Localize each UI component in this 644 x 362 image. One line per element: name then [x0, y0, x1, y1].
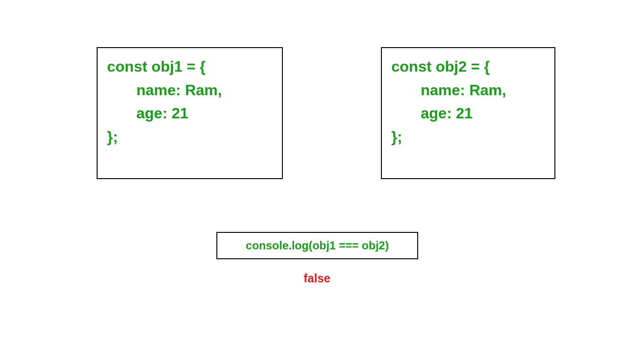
code-box-obj1: const obj1 = { name: Ram, age: 21 }; — [97, 47, 283, 179]
code-box-obj2: const obj2 = { name: Ram, age: 21 }; — [381, 47, 555, 179]
code-obj1: const obj1 = { name: Ram, age: 21 }; — [107, 55, 272, 148]
command-box: console.log(obj1 === obj2) — [216, 232, 418, 259]
result-output: false — [304, 272, 330, 285]
diagram-container: const obj1 = { name: Ram, age: 21 }; con… — [0, 0, 644, 362]
command-text: console.log(obj1 === obj2) — [246, 239, 388, 252]
code-obj2: const obj2 = { name: Ram, age: 21 }; — [391, 55, 545, 148]
